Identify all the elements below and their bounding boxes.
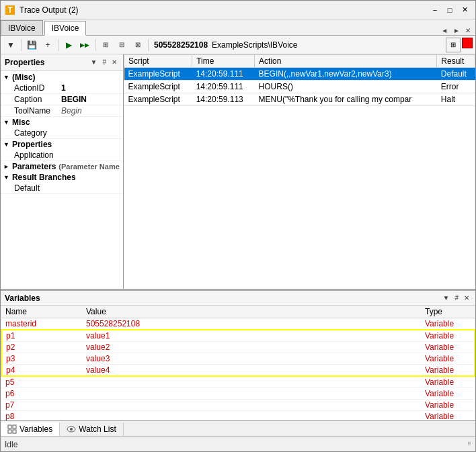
variable-row[interactable]: p3value3Variable (1, 353, 475, 365)
variable-row[interactable]: p6Variable (1, 388, 475, 400)
var-cell-type: Variable (421, 365, 475, 377)
toolbar-red-stop-btn[interactable] (462, 38, 473, 48)
svg-point-7 (70, 428, 73, 431)
toolbar: ▼ 💾 + ▶ ▶▶ ⊞ ⊟ ⊠ 505528252108 ExampleScr… (1, 36, 475, 54)
prop-value-actionid: 1 (61, 83, 66, 93)
variables-panel-header: Variables ▼ # ✕ (1, 291, 475, 306)
toolbar-grid3-btn[interactable]: ⊠ (130, 38, 145, 52)
trace-row[interactable]: ExampleScript14:20:59.111HOURS()Error (124, 81, 475, 93)
var-cell-type: Variable (421, 353, 475, 365)
variables-table-wrapper[interactable]: Name Value Type masterid505528252108Vari… (1, 306, 475, 420)
prop-name-default: Default (14, 183, 61, 193)
col-script[interactable]: Script (124, 55, 192, 68)
toolbar-path: ExampleScripts\IBVoice (212, 40, 297, 50)
variables-close-btn[interactable]: ✕ (462, 294, 471, 302)
tab-ibvoice-1[interactable]: IBVoice (1, 20, 43, 35)
toolbar-save-btn[interactable]: 💾 (24, 38, 39, 52)
var-col-type[interactable]: Type (421, 306, 475, 318)
tab-nav-left[interactable]: ◄ (439, 26, 450, 35)
variable-row[interactable]: p8Variable (1, 411, 475, 421)
tab-ibvoice-2[interactable]: IBVoice (44, 21, 87, 36)
var-cell-name: masterid (1, 318, 82, 330)
trace-cell-script: ExampleScript (124, 68, 192, 81)
properties-pin-btn[interactable]: # (100, 58, 108, 66)
var-cell-name: p5 (1, 376, 82, 388)
toolbar-play2-btn[interactable]: ▶▶ (77, 38, 92, 52)
tab-nav-close[interactable]: ✕ (463, 26, 473, 35)
var-cell-type: Variable (421, 400, 475, 411)
trace-cell-result: Halt (437, 93, 475, 106)
col-result[interactable]: Result (437, 55, 475, 68)
tab-nav-buttons: ◄ ► ✕ (439, 26, 475, 35)
var-col-value[interactable]: Value (82, 306, 421, 318)
properties-panel-header: Properties ▼ # ✕ (1, 54, 123, 71)
prop-value-toolname: Begin (61, 106, 82, 116)
properties-title: Properties (5, 58, 44, 67)
var-cell-value (82, 400, 421, 411)
properties-dropdown-btn[interactable]: ▼ (89, 58, 100, 66)
var-cell-name: p8 (1, 411, 82, 421)
trace-cell-time: 14:20:59.113 (192, 93, 255, 106)
variables-table: Name Value Type masterid505528252108Vari… (1, 306, 475, 420)
top-panels: Properties ▼ # ✕ ▼ (Misc) ActionID (1, 54, 475, 289)
bottom-tab-watchlist[interactable]: Watch List (60, 422, 124, 436)
parameters-value: (Parameter Name (58, 163, 120, 171)
properties-close-btn[interactable]: ✕ (110, 58, 119, 66)
prop-group-misc[interactable]: ▼ (Misc) (1, 72, 123, 83)
variable-row[interactable]: p5Variable (1, 376, 475, 388)
trace-panel: Script Time Action Result ExampleScript1… (124, 54, 475, 289)
minimize-button[interactable]: − (428, 3, 442, 17)
trace-cell-action: MENU("%Thank you for calling my compar (255, 93, 437, 106)
toolbar-grid2-btn[interactable]: ⊟ (114, 38, 129, 52)
toolbar-grid1-btn[interactable]: ⊞ (98, 38, 113, 52)
svg-rect-5 (13, 430, 16, 433)
variable-row[interactable]: p4value4Variable (1, 365, 475, 377)
toolbar-grid-icon-btn[interactable]: ⊞ (446, 38, 461, 52)
var-cell-value: value4 (82, 365, 421, 377)
status-bar: Idle ⠿ (1, 437, 475, 451)
var-col-name[interactable]: Name (1, 306, 82, 318)
eye-icon (67, 424, 76, 434)
toolbar-dropdown-btn[interactable]: ▼ (3, 38, 18, 52)
variable-row[interactable]: p1value1Variable (1, 330, 475, 342)
prop-row-application: Application (1, 150, 123, 161)
trace-table-wrapper[interactable]: Script Time Action Result ExampleScript1… (124, 54, 475, 289)
trace-table: Script Time Action Result ExampleScript1… (124, 54, 475, 106)
content-area: Properties ▼ # ✕ ▼ (Misc) ActionID (1, 54, 475, 451)
maximize-button[interactable]: □ (443, 3, 457, 17)
var-cell-name: p3 (1, 353, 82, 365)
trace-cell-action: BEGIN(,,newVar1,newVar2,newVar3) (255, 68, 437, 81)
prop-group-result-branches[interactable]: ▼ Result Branches (1, 172, 123, 183)
toolbar-right-buttons: ⊞ (446, 38, 473, 52)
title-bar: T Trace Output (2) − □ ✕ (1, 1, 475, 19)
svg-rect-3 (13, 425, 16, 428)
properties-header-buttons: ▼ # ✕ (89, 58, 119, 66)
variables-dropdown-btn[interactable]: ▼ (441, 294, 452, 302)
var-cell-type: Variable (421, 376, 475, 388)
prop-name-application: Application (14, 150, 61, 160)
variable-row[interactable]: masterid505528252108Variable (1, 318, 475, 330)
prop-group-misc2[interactable]: ▼ Misc (1, 117, 123, 128)
variable-row[interactable]: p7Variable (1, 400, 475, 411)
trace-row[interactable]: ExampleScript14:20:59.113MENU("%Thank yo… (124, 93, 475, 106)
col-time[interactable]: Time (192, 55, 255, 68)
trace-cell-script: ExampleScript (124, 93, 192, 106)
var-cell-value (82, 411, 421, 421)
prop-name-toolname: ToolName (14, 106, 61, 116)
variables-pin-btn[interactable]: # (452, 294, 461, 302)
prop-group-parameters[interactable]: ► Parameters (Parameter Name (1, 161, 123, 172)
variable-row[interactable]: p2value2Variable (1, 342, 475, 353)
close-button[interactable]: ✕ (458, 3, 471, 17)
trace-row[interactable]: ExampleScript14:20:59.111BEGIN(,,newVar1… (124, 68, 475, 81)
col-action[interactable]: Action (255, 55, 437, 68)
grid-icon (7, 424, 17, 434)
toolbar-add-btn[interactable]: + (40, 38, 55, 52)
misc2-group-label: Misc (12, 118, 30, 127)
parameters-arrow: ► (3, 163, 9, 170)
properties-arrow: ▼ (3, 141, 9, 148)
bottom-tab-variables[interactable]: Variables (1, 422, 60, 436)
tab-nav-right[interactable]: ► (451, 26, 462, 35)
prop-group-properties[interactable]: ▼ Properties (1, 139, 123, 150)
toolbar-play-btn[interactable]: ▶ (61, 38, 76, 52)
misc-group-label: (Misc) (12, 73, 36, 82)
